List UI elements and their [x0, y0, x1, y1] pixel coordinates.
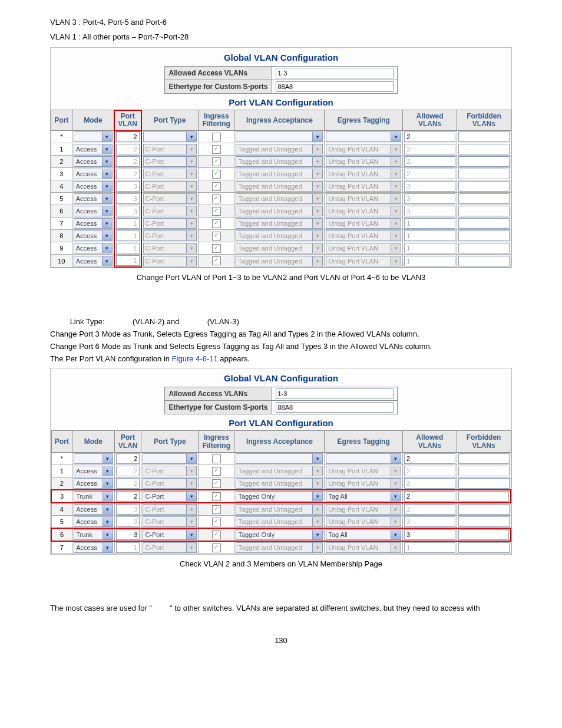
text-input[interactable]: 2 — [116, 131, 140, 142]
text-input[interactable] — [458, 453, 510, 464]
dropdown: Tagged and Untagged▾ — [236, 169, 323, 179]
chevron-down-icon: ▾ — [312, 157, 322, 166]
text-input[interactable] — [458, 193, 510, 204]
allowed-access-vlans-input-2[interactable]: 1-3 — [276, 388, 394, 399]
figure-ref-link[interactable]: Figure 4-6-11 — [172, 354, 218, 363]
text-input[interactable]: 2 — [404, 453, 455, 464]
figure-2-caption: Check VLAN 2 and 3 Members on VLAN Membe… — [50, 559, 512, 568]
text-input[interactable] — [458, 542, 510, 553]
chevron-down-icon: ▾ — [103, 530, 113, 539]
chevron-down-icon: ▾ — [186, 219, 196, 228]
table-row: 10Access▾1C-Port▾Tagged and Untagged▾Unt… — [51, 255, 511, 268]
dropdown[interactable]: ▾ — [143, 131, 197, 142]
chevron-down-icon: ▾ — [391, 454, 401, 463]
checkbox[interactable] — [212, 133, 221, 141]
col-iacc: Ingress Acceptance — [234, 110, 325, 131]
text-input[interactable] — [458, 256, 510, 266]
dropdown[interactable]: Access▾ — [74, 218, 113, 229]
checkbox[interactable] — [212, 454, 221, 463]
text-input[interactable]: 2 — [404, 131, 455, 142]
col-allowed: Allowed VLANs — [402, 431, 457, 453]
dropdown[interactable]: Trunk▾ — [74, 529, 113, 540]
dropdown[interactable]: Tag All▾ — [326, 529, 401, 540]
chevron-down-icon: ▾ — [186, 543, 196, 552]
dropdown: Untag Port VLAN▾ — [326, 144, 401, 154]
dropdown[interactable]: C-Port▾ — [143, 529, 197, 540]
text-input[interactable]: 3 — [404, 529, 455, 540]
dropdown[interactable]: Access▾ — [74, 181, 113, 192]
text-input[interactable] — [458, 230, 510, 241]
dropdown[interactable]: ▾ — [74, 131, 113, 142]
checkbox — [212, 518, 221, 526]
port-config-title: Port VLAN Configuration — [51, 97, 511, 107]
text-input[interactable]: 2 — [116, 453, 140, 464]
text-input[interactable] — [458, 478, 510, 489]
text-input[interactable] — [458, 144, 510, 154]
dropdown[interactable]: Tagged Only▾ — [236, 529, 323, 540]
port-vlan-cell: 3 — [114, 503, 141, 516]
dropdown[interactable]: Tagged Only▾ — [236, 491, 323, 502]
text-input[interactable] — [458, 206, 510, 216]
checkbox[interactable] — [212, 492, 221, 501]
dropdown[interactable]: Access▾ — [74, 206, 113, 216]
text-input[interactable] — [458, 466, 510, 476]
text-input[interactable] — [458, 181, 510, 192]
chevron-down-icon: ▾ — [312, 454, 322, 463]
checkbox[interactable] — [212, 531, 221, 539]
dropdown[interactable]: Access▾ — [74, 243, 113, 253]
dropdown[interactable]: Access▾ — [74, 156, 113, 167]
dropdown[interactable]: C-Port▾ — [143, 491, 197, 502]
dropdown[interactable]: Access▾ — [74, 169, 113, 179]
dropdown[interactable]: Access▾ — [74, 144, 113, 154]
chevron-down-icon: ▾ — [186, 169, 196, 179]
dropdown: C-Port▾ — [143, 218, 197, 229]
chevron-down-icon: ▾ — [391, 479, 401, 488]
text-input[interactable]: 3 — [116, 529, 140, 540]
dropdown[interactable]: Access▾ — [74, 256, 113, 266]
dropdown[interactable]: Trunk▾ — [74, 491, 113, 502]
checkbox — [212, 543, 221, 552]
allowed-access-vlans-input[interactable]: 1-3 — [276, 68, 394, 78]
dropdown[interactable]: Access▾ — [74, 230, 113, 241]
text-input[interactable] — [458, 243, 510, 253]
dropdown[interactable]: Access▾ — [74, 478, 113, 489]
chevron-down-icon: ▾ — [312, 479, 322, 488]
text-input[interactable]: 2 — [116, 491, 140, 502]
text-input[interactable] — [458, 156, 510, 167]
text-input: 3 — [116, 504, 140, 515]
dropdown[interactable]: Access▾ — [74, 193, 113, 204]
text-input[interactable] — [458, 131, 510, 142]
text-input: 1 — [404, 218, 455, 229]
dropdown[interactable]: ▾ — [326, 131, 401, 142]
dropdown[interactable]: Access▾ — [74, 516, 113, 527]
text-input: 3 — [404, 193, 455, 204]
text-input[interactable] — [458, 491, 509, 502]
text-input[interactable]: 2 — [404, 491, 455, 502]
text-input[interactable] — [458, 169, 510, 179]
dropdown[interactable]: Tag All▾ — [326, 491, 401, 502]
port-vlan-cell: 3 — [114, 528, 141, 541]
dropdown[interactable]: Access▾ — [74, 504, 113, 515]
text-input[interactable] — [458, 504, 510, 515]
ethertype-input[interactable]: 88A8 — [276, 81, 394, 92]
table-row: 8Access▾1C-Port▾Tagged and Untagged▾Unta… — [51, 230, 511, 242]
text-input[interactable] — [458, 529, 509, 540]
dropdown[interactable]: ▾ — [143, 453, 197, 464]
dropdown[interactable]: ▾ — [326, 453, 401, 464]
text-input[interactable] — [458, 218, 510, 229]
col-ptype: Port Type — [141, 431, 199, 453]
chevron-down-icon: ▾ — [103, 505, 113, 514]
port-cell: 6 — [51, 205, 72, 218]
chevron-down-icon: ▾ — [186, 206, 196, 216]
port-vlan-cell: 2 — [114, 131, 141, 143]
dropdown[interactable]: Access▾ — [74, 542, 113, 553]
text-input: 2 — [116, 144, 140, 154]
chevron-down-icon: ▾ — [312, 466, 322, 476]
ethertype-input-2[interactable]: 88A8 — [276, 402, 394, 413]
dropdown[interactable]: ▾ — [74, 453, 113, 464]
port-vlan-cell: 1 — [114, 541, 141, 554]
dropdown[interactable]: Access▾ — [74, 466, 113, 476]
text-input[interactable] — [458, 516, 510, 527]
dropdown[interactable]: ▾ — [236, 453, 323, 464]
dropdown[interactable]: ▾ — [236, 131, 323, 142]
